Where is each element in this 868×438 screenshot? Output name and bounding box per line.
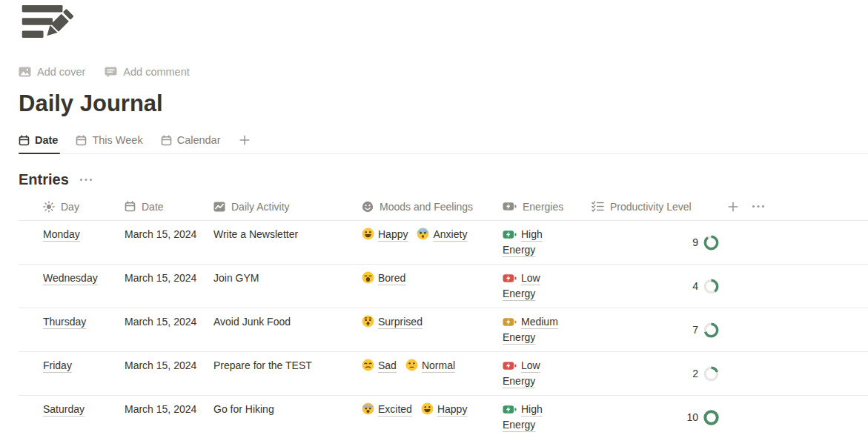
- mood-tag-normal[interactable]: Normal: [405, 359, 455, 371]
- memo-icon: [21, 4, 86, 39]
- column-header-energies[interactable]: Energies: [497, 193, 586, 220]
- day-cell[interactable]: Wednesday: [19, 265, 119, 308]
- mood-tag-happy[interactable]: Happy: [362, 228, 408, 240]
- moods-cell[interactable]: ExcitedHappy: [356, 396, 497, 438]
- mood-tag-sad[interactable]: Sad: [362, 359, 397, 371]
- energy-tag-low-energy[interactable]: Low Energy: [503, 359, 540, 387]
- moods-cell[interactable]: Happy Anxiety: [356, 221, 497, 264]
- table-row: Wednesday March 15, 2024 Join GYM Bored …: [19, 265, 868, 308]
- column-label: Energies: [523, 201, 563, 213]
- energy-tag-high-energy[interactable]: High Energy: [503, 228, 543, 256]
- day-link[interactable]: Wednesday: [43, 272, 98, 284]
- day-cell[interactable]: Saturday: [19, 396, 119, 438]
- activity-cell[interactable]: Write a Newsletter: [208, 221, 356, 264]
- column-label: Moods and Feelings: [380, 201, 473, 213]
- calendar-icon: [125, 201, 136, 212]
- day-cell[interactable]: Friday: [19, 352, 119, 395]
- add-view-button[interactable]: [239, 134, 251, 153]
- date-cell[interactable]: March 15, 2024: [119, 396, 208, 438]
- column-header-productivity-level[interactable]: Productivity Level: [586, 193, 720, 220]
- table-more-button[interactable]: [746, 193, 771, 220]
- date-cell[interactable]: March 15, 2024: [119, 265, 208, 308]
- table-header-row: Day Date Daily Activity Moods and Feelin…: [19, 193, 868, 221]
- activity-cell[interactable]: Prepare for the TEST: [208, 352, 356, 395]
- add-column-button[interactable]: [720, 193, 746, 220]
- productivity-cell[interactable]: 7: [586, 308, 720, 351]
- tab-date[interactable]: Date: [19, 134, 58, 153]
- tab-calendar[interactable]: Calendar: [161, 134, 221, 153]
- view-tab-list: Date This Week Calendar: [19, 134, 221, 153]
- energy-cell[interactable]: Low Energy: [497, 352, 586, 395]
- entries-header: Entries: [19, 171, 868, 188]
- day-link[interactable]: Saturday: [43, 403, 85, 415]
- energy-tag-high-energy[interactable]: High Energy: [503, 403, 543, 431]
- column-label: Productivity Level: [610, 201, 692, 213]
- productivity-cell[interactable]: 10: [586, 396, 720, 438]
- mood-tag-excited[interactable]: Excited: [362, 403, 412, 415]
- column-header-date[interactable]: Date: [119, 193, 208, 220]
- date-cell[interactable]: March 15, 2024: [119, 352, 208, 395]
- mood-label: Normal: [422, 359, 455, 371]
- productivity-cell[interactable]: 9: [586, 221, 720, 264]
- productivity-cell[interactable]: 4: [586, 265, 720, 308]
- column-label: Day: [61, 201, 79, 213]
- column-header-moods-and-feelings[interactable]: Moods and Feelings: [356, 193, 497, 220]
- page-icon[interactable]: [21, 4, 86, 39]
- page-title[interactable]: Daily Journal: [19, 90, 868, 117]
- tab-this-week[interactable]: This Week: [76, 134, 142, 153]
- calendar-icon: [76, 135, 87, 146]
- battery-icon: [503, 202, 517, 211]
- comment-icon: [105, 67, 117, 78]
- table-body: Monday March 15, 2024 Write a Newsletter…: [19, 221, 868, 438]
- column-header-day[interactable]: Day: [19, 193, 119, 220]
- productivity-cell[interactable]: 2: [586, 352, 720, 395]
- column-header-daily-activity[interactable]: Daily Activity: [208, 193, 356, 220]
- energy-cell[interactable]: Medium Energy: [497, 308, 586, 351]
- table-row: Thursday March 15, 2024 Avoid Junk Food …: [19, 308, 868, 352]
- mood-tag-anxiety[interactable]: Anxiety: [417, 228, 467, 240]
- activity-cell[interactable]: Avoid Junk Food: [208, 308, 356, 351]
- add-cover-button[interactable]: Add cover: [19, 66, 85, 78]
- table-row: Monday March 15, 2024 Write a Newsletter…: [19, 221, 868, 265]
- column-label: Date: [142, 201, 164, 213]
- date-cell[interactable]: March 15, 2024: [119, 308, 208, 351]
- checklist-icon: [592, 201, 604, 212]
- day-link[interactable]: Thursday: [43, 316, 86, 328]
- day-cell[interactable]: Monday: [19, 221, 119, 264]
- day-link[interactable]: Friday: [43, 359, 72, 371]
- energy-tag-low-energy[interactable]: Low Energy: [503, 272, 540, 299]
- energy-tag-medium-energy[interactable]: Medium Energy: [503, 316, 558, 343]
- mood-tag-surprised[interactable]: Surprised: [362, 316, 423, 328]
- day-cell[interactable]: Thursday: [19, 308, 119, 351]
- tab-label: Date: [35, 134, 58, 146]
- mood-label: Happy: [378, 228, 408, 240]
- entries-menu-button[interactable]: [79, 178, 93, 182]
- progress-ring: [703, 279, 719, 294]
- date-cell[interactable]: March 15, 2024: [119, 221, 208, 264]
- activity-cell[interactable]: Go for Hiking: [208, 396, 356, 438]
- calendar-icon: [19, 135, 30, 146]
- add-comment-label: Add comment: [123, 66, 189, 78]
- productivity-value: 7: [692, 322, 698, 338]
- column-label: Daily Activity: [231, 201, 290, 213]
- chart-icon: [213, 202, 225, 212]
- image-icon: [19, 67, 31, 77]
- table-row: Saturday March 15, 2024 Go for Hiking Ex…: [19, 396, 868, 438]
- moods-cell[interactable]: SadNormal: [356, 352, 497, 395]
- moods-cell[interactable]: Bored: [356, 265, 497, 308]
- tab-label: This Week: [92, 134, 142, 146]
- day-link[interactable]: Monday: [43, 228, 80, 240]
- productivity-value: 2: [692, 366, 698, 382]
- energy-cell[interactable]: High Energy: [497, 221, 586, 264]
- entries-section-title[interactable]: Entries: [19, 171, 69, 188]
- moods-cell[interactable]: Surprised: [356, 308, 497, 351]
- sun-icon: [43, 201, 55, 213]
- energy-cell[interactable]: Low Energy: [497, 265, 586, 308]
- activity-cell[interactable]: Join GYM: [208, 265, 356, 308]
- energy-cell[interactable]: High Energy: [497, 396, 586, 438]
- mood-tag-happy[interactable]: Happy: [421, 403, 467, 415]
- add-comment-button[interactable]: Add comment: [105, 66, 189, 78]
- mood-tag-bored[interactable]: Bored: [362, 272, 405, 284]
- calendar-icon: [161, 135, 172, 146]
- smiley-icon: [362, 201, 374, 213]
